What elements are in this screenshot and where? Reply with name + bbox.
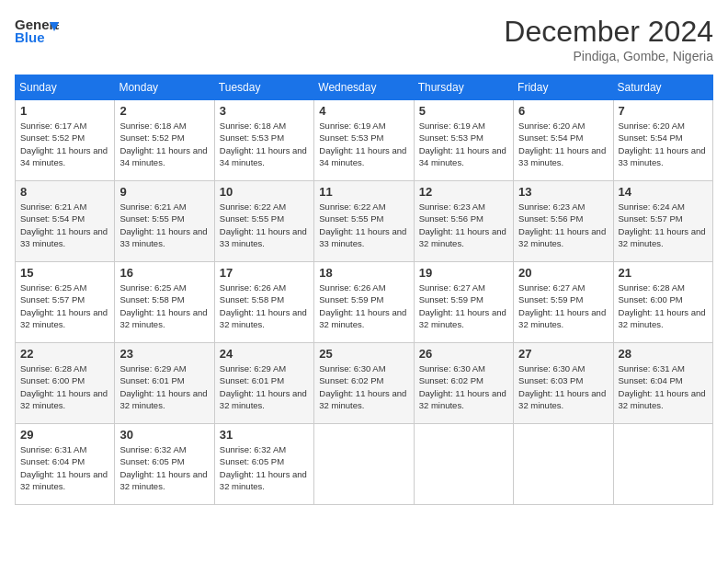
day-info: Sunrise: 6:28 AM Sunset: 6:00 PM Dayligh… <box>619 282 708 330</box>
calendar-cell: 25 Sunrise: 6:30 AM Sunset: 6:02 PM Dayl… <box>314 343 414 424</box>
daylight-hours: Daylight: 11 hours and 33 minutes. <box>619 145 706 167</box>
daylight-hours: Daylight: 11 hours and 32 minutes. <box>419 307 506 329</box>
daylight-hours: Daylight: 11 hours and 32 minutes. <box>220 307 307 329</box>
page-header: General Blue December 2024 Pindiga, Gomb… <box>15 15 713 63</box>
col-saturday: Saturday <box>613 75 712 100</box>
day-number: 25 <box>319 347 408 361</box>
day-info: Sunrise: 6:32 AM Sunset: 6:05 PM Dayligh… <box>119 443 209 492</box>
sunset-time: Sunset: 5:56 PM <box>419 213 483 224</box>
calendar-cell: 22 Sunrise: 6:28 AM Sunset: 6:00 PM Dayl… <box>16 343 115 424</box>
daylight-hours: Daylight: 11 hours and 34 minutes. <box>20 145 108 167</box>
sunrise-time: Sunrise: 6:22 AM <box>319 201 385 212</box>
sunrise-time: Sunrise: 6:21 AM <box>20 201 86 212</box>
sunrise-time: Sunrise: 6:32 AM <box>119 444 186 454</box>
calendar-cell: 19 Sunrise: 6:27 AM Sunset: 5:59 PM Dayl… <box>414 262 513 343</box>
sunrise-time: Sunrise: 6:18 AM <box>220 121 286 131</box>
sunset-time: Sunset: 5:59 PM <box>518 294 583 304</box>
daylight-hours: Daylight: 11 hours and 33 minutes. <box>319 226 406 248</box>
calendar-cell: 14 Sunrise: 6:24 AM Sunset: 5:57 PM Dayl… <box>613 181 712 262</box>
sunset-time: Sunset: 5:56 PM <box>518 213 583 224</box>
sunset-time: Sunset: 5:52 PM <box>20 132 85 143</box>
calendar-cell <box>514 424 613 505</box>
daylight-hours: Daylight: 11 hours and 32 minutes. <box>619 226 706 248</box>
sunrise-time: Sunrise: 6:30 AM <box>319 363 385 373</box>
daylight-hours: Daylight: 11 hours and 32 minutes. <box>119 469 207 491</box>
sunset-time: Sunset: 5:53 PM <box>319 132 383 143</box>
calendar-cell <box>613 424 712 505</box>
sunset-time: Sunset: 5:55 PM <box>220 213 284 224</box>
day-number: 24 <box>220 347 309 361</box>
day-info: Sunrise: 6:25 AM Sunset: 5:58 PM Dayligh… <box>119 282 209 330</box>
day-number: 6 <box>518 104 608 118</box>
day-number: 14 <box>619 185 708 199</box>
day-number: 26 <box>419 347 508 361</box>
day-number: 20 <box>518 266 608 280</box>
sunrise-time: Sunrise: 6:23 AM <box>518 201 585 212</box>
sunrise-time: Sunrise: 6:26 AM <box>220 282 286 293</box>
day-number: 18 <box>319 266 408 280</box>
calendar-cell: 20 Sunrise: 6:27 AM Sunset: 5:59 PM Dayl… <box>514 262 613 343</box>
sunset-time: Sunset: 5:58 PM <box>220 294 284 304</box>
day-info: Sunrise: 6:26 AM Sunset: 5:59 PM Dayligh… <box>319 282 408 330</box>
day-info: Sunrise: 6:19 AM Sunset: 5:53 PM Dayligh… <box>419 120 508 168</box>
day-info: Sunrise: 6:31 AM Sunset: 6:04 PM Dayligh… <box>20 443 109 492</box>
calendar-row: 29 Sunrise: 6:31 AM Sunset: 6:04 PM Dayl… <box>16 424 713 505</box>
day-info: Sunrise: 6:30 AM Sunset: 6:02 PM Dayligh… <box>319 362 408 411</box>
day-info: Sunrise: 6:31 AM Sunset: 6:04 PM Dayligh… <box>619 362 708 411</box>
day-number: 12 <box>419 185 508 199</box>
daylight-hours: Daylight: 11 hours and 32 minutes. <box>20 307 108 329</box>
calendar-cell: 5 Sunrise: 6:19 AM Sunset: 5:53 PM Dayli… <box>414 100 513 181</box>
calendar-cell: 1 Sunrise: 6:17 AM Sunset: 5:52 PM Dayli… <box>16 100 115 181</box>
daylight-hours: Daylight: 11 hours and 32 minutes. <box>119 307 207 329</box>
day-number: 17 <box>220 266 309 280</box>
calendar-cell <box>414 424 513 505</box>
daylight-hours: Daylight: 11 hours and 32 minutes. <box>419 388 506 410</box>
calendar-cell: 21 Sunrise: 6:28 AM Sunset: 6:00 PM Dayl… <box>613 262 712 343</box>
daylight-hours: Daylight: 11 hours and 34 minutes. <box>119 145 207 167</box>
daylight-hours: Daylight: 11 hours and 32 minutes. <box>419 226 506 248</box>
calendar-row: 22 Sunrise: 6:28 AM Sunset: 6:00 PM Dayl… <box>16 343 713 424</box>
day-info: Sunrise: 6:20 AM Sunset: 5:54 PM Dayligh… <box>518 120 608 168</box>
sunset-time: Sunset: 5:55 PM <box>319 213 383 224</box>
day-info: Sunrise: 6:20 AM Sunset: 5:54 PM Dayligh… <box>619 120 708 168</box>
day-info: Sunrise: 6:27 AM Sunset: 5:59 PM Dayligh… <box>419 282 508 330</box>
calendar-cell: 27 Sunrise: 6:30 AM Sunset: 6:03 PM Dayl… <box>514 343 613 424</box>
calendar-cell <box>314 424 414 505</box>
daylight-hours: Daylight: 11 hours and 33 minutes. <box>220 226 307 248</box>
logo: General Blue <box>15 15 59 48</box>
day-number: 9 <box>119 185 209 199</box>
day-number: 2 <box>119 104 209 118</box>
day-info: Sunrise: 6:27 AM Sunset: 5:59 PM Dayligh… <box>518 282 608 330</box>
day-info: Sunrise: 6:23 AM Sunset: 5:56 PM Dayligh… <box>419 201 508 249</box>
day-info: Sunrise: 6:29 AM Sunset: 6:01 PM Dayligh… <box>220 362 309 411</box>
calendar-cell: 6 Sunrise: 6:20 AM Sunset: 5:54 PM Dayli… <box>514 100 613 181</box>
col-thursday: Thursday <box>414 75 513 100</box>
sunrise-time: Sunrise: 6:31 AM <box>20 444 86 454</box>
daylight-hours: Daylight: 11 hours and 32 minutes. <box>20 469 108 491</box>
sunset-time: Sunset: 6:05 PM <box>119 456 184 466</box>
calendar-cell: 11 Sunrise: 6:22 AM Sunset: 5:55 PM Dayl… <box>314 181 414 262</box>
day-info: Sunrise: 6:30 AM Sunset: 6:02 PM Dayligh… <box>419 362 508 411</box>
calendar-cell: 12 Sunrise: 6:23 AM Sunset: 5:56 PM Dayl… <box>414 181 513 262</box>
calendar-cell: 10 Sunrise: 6:22 AM Sunset: 5:55 PM Dayl… <box>214 181 313 262</box>
calendar-cell: 4 Sunrise: 6:19 AM Sunset: 5:53 PM Dayli… <box>314 100 414 181</box>
sunset-time: Sunset: 6:04 PM <box>619 375 683 385</box>
sunrise-time: Sunrise: 6:28 AM <box>20 363 86 373</box>
sunrise-time: Sunrise: 6:23 AM <box>419 201 485 212</box>
sunrise-time: Sunrise: 6:30 AM <box>419 363 485 373</box>
calendar-cell: 2 Sunrise: 6:18 AM Sunset: 5:52 PM Dayli… <box>115 100 214 181</box>
col-monday: Monday <box>115 75 214 100</box>
sunrise-time: Sunrise: 6:20 AM <box>619 121 685 131</box>
day-number: 31 <box>220 428 309 442</box>
day-info: Sunrise: 6:17 AM Sunset: 5:52 PM Dayligh… <box>20 120 109 168</box>
sunset-time: Sunset: 5:54 PM <box>20 213 85 224</box>
day-number: 29 <box>20 428 109 442</box>
day-number: 11 <box>319 185 408 199</box>
sunset-time: Sunset: 6:00 PM <box>619 294 683 304</box>
daylight-hours: Daylight: 11 hours and 32 minutes. <box>319 307 406 329</box>
daylight-hours: Daylight: 11 hours and 32 minutes. <box>518 226 606 248</box>
day-info: Sunrise: 6:21 AM Sunset: 5:55 PM Dayligh… <box>119 201 209 249</box>
day-number: 30 <box>119 428 209 442</box>
sunset-time: Sunset: 5:57 PM <box>619 213 683 224</box>
day-number: 22 <box>20 347 109 361</box>
